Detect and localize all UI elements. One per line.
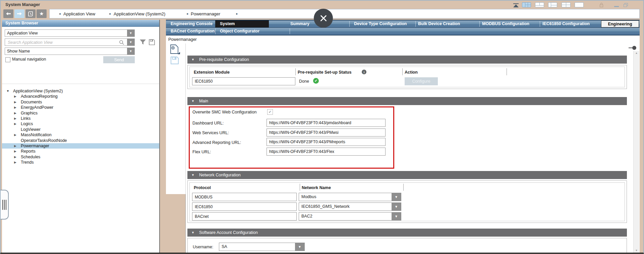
chevron-down-icon[interactable]: ▼ — [127, 30, 134, 36]
section-header-main[interactable]: ▼ Main — [187, 97, 627, 105]
protocol-input-iec61850[interactable] — [192, 202, 297, 211]
vertical-scrollbar[interactable]: ▲ ▼ — [633, 51, 639, 253]
favorites-button[interactable]: ★ — [37, 9, 47, 18]
sidebar-tree-item-energyandpower[interactable]: ▶ EnergyAndPower — [2, 105, 159, 110]
scroll-down-icon[interactable]: ▼ — [634, 249, 639, 252]
history-button[interactable] — [25, 9, 36, 18]
send-button[interactable]: Send — [103, 56, 135, 63]
chevron-down-icon[interactable]: ▼ — [127, 39, 134, 46]
chevron-collapsed-icon[interactable]: ▶ — [14, 155, 16, 159]
history-icon — [28, 11, 33, 16]
tab-device-type-configuration[interactable]: Device Type Configuration — [354, 20, 407, 27]
chevron-collapsed-icon[interactable]: ▶ — [14, 144, 16, 148]
back-button[interactable] — [3, 9, 13, 18]
breadcrumb-arrow-icon: ► — [109, 12, 112, 15]
chevron-down-icon[interactable]: ▼ — [127, 48, 134, 55]
section-collapse-icon[interactable]: ▼ — [191, 99, 194, 103]
section-collapse-icon[interactable]: ▼ — [191, 58, 194, 61]
tab-bulk-device-creation[interactable]: Bulk Device Creation — [418, 20, 460, 27]
chevron-collapsed-icon[interactable]: ▶ — [14, 122, 16, 125]
import-file-icon[interactable] — [170, 45, 180, 55]
restore-button[interactable] — [624, 3, 628, 7]
chevron-collapsed-icon[interactable]: ▶ — [14, 161, 16, 164]
manual-navigation-checkbox[interactable] — [5, 57, 10, 62]
sidebar-tree-item-documents[interactable]: ▶ Documents — [2, 99, 159, 105]
extension-module-input[interactable] — [192, 77, 295, 85]
protocol-input-bacnet[interactable] — [192, 212, 297, 221]
chevron-collapsed-icon[interactable]: ▶ — [14, 150, 16, 153]
configure-button[interactable]: Configure — [405, 77, 438, 85]
network-name-dropdown-iec61850[interactable]: IEC61850_GMS_Network ▼ — [299, 202, 401, 211]
layout-bottom-bar-button[interactable] — [535, 2, 544, 7]
chevron-down-icon[interactable]: ▼ — [392, 213, 401, 220]
column-header-extension-module: Extension Module — [194, 70, 230, 75]
section-header-software-account[interactable]: ▼ Software Account Configuration — [187, 229, 627, 237]
sidebar-tree-item-reports[interactable]: ▶ Reports — [2, 149, 159, 154]
network-name-dropdown-modbus[interactable]: Modbus ▼ — [299, 193, 401, 201]
sidebar-tree-root[interactable]: ▼ ApplicationView (System2) — [2, 88, 159, 94]
protocol-input-modbus[interactable] — [192, 193, 297, 201]
minimize-button[interactable] — [614, 6, 619, 7]
panel-collapse-handle[interactable] — [1, 190, 9, 220]
sidebar-tree-item-logics[interactable]: ▶ Logics — [2, 121, 159, 126]
collapse-panel-icon[interactable] — [513, 3, 519, 7]
view-selector-dropdown[interactable]: Application View ▼ — [5, 29, 135, 37]
tab-summary[interactable]: Summary — [290, 20, 309, 27]
chevron-collapsed-icon[interactable]: ▶ — [14, 95, 16, 98]
display-mode-dropdown[interactable]: Show Name ▼ — [5, 48, 135, 55]
sidebar-tree-item-powermanager[interactable]: ▶ Powermanager — [2, 143, 159, 149]
filter-icon[interactable] — [139, 39, 146, 45]
scroll-up-icon[interactable]: ▲ — [634, 52, 639, 55]
section-collapse-icon[interactable]: ▼ — [191, 231, 194, 234]
breadcrumb-item-powermanager[interactable]: Powermanager — [191, 11, 220, 16]
sidebar-tree-item-advancedreporting[interactable]: ▶ AdvancedReporting — [2, 94, 159, 99]
save-search-icon[interactable] — [149, 39, 155, 46]
chevron-collapsed-icon[interactable]: ▶ — [14, 100, 16, 104]
search-input[interactable] — [7, 39, 112, 46]
sidebar-tree-item-massnotification[interactable]: ▶ MassNotification — [2, 132, 159, 138]
layout-single-pane-button[interactable] — [575, 2, 584, 7]
sidebar-tree-item-operatortasksrootnode[interactable]: OperatorTasksRootNode — [2, 138, 159, 143]
forward-button[interactable] — [14, 9, 24, 18]
sidebar-tree-item-graphics[interactable]: ▶ Graphics — [2, 110, 159, 116]
divider — [290, 28, 290, 34]
breadcrumb-item-applicationview-system2[interactable]: ApplicationView (System2) — [114, 11, 165, 16]
search-icon[interactable] — [119, 40, 124, 45]
search-box[interactable]: ▼ — [5, 38, 135, 46]
tab-engineering-console[interactable]: Engineering Console — [171, 20, 213, 27]
pin-icon[interactable] — [632, 46, 636, 50]
chevron-collapsed-icon[interactable]: ▶ — [14, 133, 16, 137]
chevron-collapsed-icon[interactable]: ▶ — [14, 111, 16, 115]
sidebar-tree-item-logviewer[interactable]: LogViewer — [2, 127, 159, 132]
section-collapse-icon[interactable]: ▼ — [191, 173, 194, 177]
chevron-down-icon[interactable]: ▼ — [392, 203, 401, 210]
info-icon[interactable]: i — [362, 70, 366, 74]
sidebar-tree-item-schedules[interactable]: ▶ Schedules — [2, 154, 159, 160]
tab-system[interactable]: System — [215, 20, 269, 27]
sidebar-tree-item-links[interactable]: ▶ Links — [2, 116, 159, 121]
engineering-mode-button[interactable]: Engineering — [601, 20, 639, 27]
tab-object-configurator[interactable]: Object Configurator — [220, 28, 259, 35]
section-header-prerequisite[interactable]: ▼ Pre-requisite Configuration — [187, 56, 627, 64]
tab-bacnet-configuration[interactable]: BACnet Configuration — [171, 28, 215, 35]
sidebar-tree-item-trends[interactable]: ▶ Trends — [2, 160, 159, 165]
section-header-network[interactable]: ▼ Network Configuration — [187, 171, 627, 179]
chevron-down-icon[interactable]: ▼ — [392, 193, 401, 201]
chevron-expanded-icon[interactable]: ▼ — [6, 89, 9, 93]
divider — [415, 21, 416, 27]
tab-modbus-configuration[interactable]: MODBUS Configuration — [482, 20, 529, 27]
save-icon-disabled[interactable] — [170, 56, 179, 65]
layout-grid-button[interactable] — [522, 2, 531, 7]
chevron-collapsed-icon[interactable]: ▶ — [14, 117, 16, 120]
breadcrumb-item-application-view[interactable]: Application View — [63, 11, 95, 16]
layout-left-pane-button[interactable] — [548, 2, 557, 7]
column-header-protocol: Protocol — [194, 185, 211, 190]
layout-split-button[interactable] — [562, 2, 571, 7]
chevron-down-icon[interactable]: ▼ — [295, 243, 304, 251]
account-section-box: Username: SA ▼ — [187, 238, 627, 253]
close-overlay-button[interactable] — [314, 9, 333, 28]
network-name-dropdown-bacnet[interactable]: BAC2 ▼ — [299, 212, 401, 221]
username-dropdown[interactable]: SA ▼ — [219, 243, 305, 251]
tab-iec61850-configuration[interactable]: IEC61850 Configuration — [542, 20, 590, 27]
chevron-collapsed-icon[interactable]: ▶ — [14, 106, 16, 109]
